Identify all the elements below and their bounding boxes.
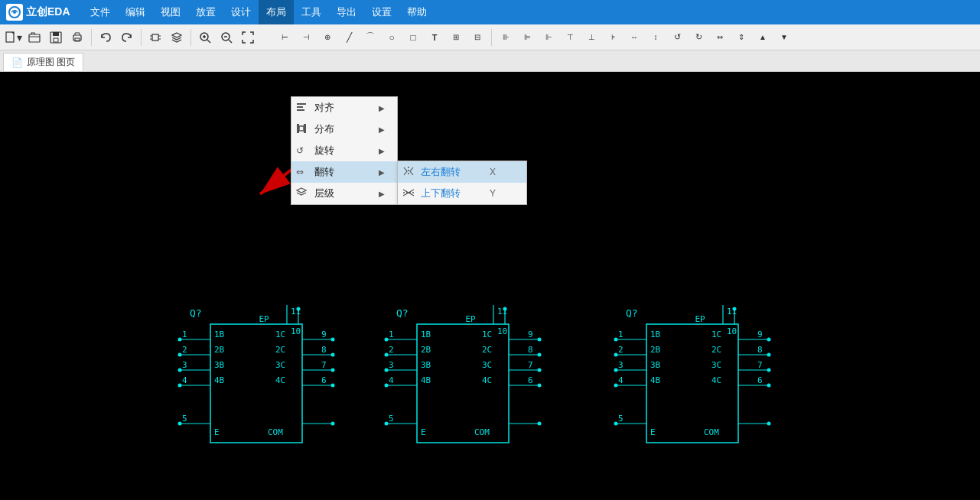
dist-v-btn[interactable]: ↕ <box>646 28 666 47</box>
dist-h-btn[interactable]: ↔ <box>624 28 644 47</box>
svg-text:3C: 3C <box>482 360 492 370</box>
draw-bus-btn[interactable]: ⊣ <box>296 28 316 47</box>
titlebar: 立创EDA 文件 编辑 视图 放置 设计 布局 工具 导出 设置 帮助 <box>0 0 980 24</box>
svg-text:1: 1 <box>389 330 394 339</box>
component-btn[interactable] <box>145 28 165 47</box>
save-btn[interactable] <box>46 28 66 47</box>
svg-text:3: 3 <box>389 360 394 370</box>
svg-text:7: 7 <box>757 360 763 370</box>
rotate-label: 旋转 <box>314 144 334 157</box>
svg-text:1B: 1B <box>421 330 431 339</box>
menu-edit[interactable]: 编辑 <box>118 0 153 24</box>
svg-point-81 <box>385 353 389 357</box>
rotate-ccw-btn[interactable]: ↺ <box>667 28 687 47</box>
app-logo: 立创EDA <box>6 4 70 21</box>
svg-text:4: 4 <box>618 375 623 385</box>
svg-text:9: 9 <box>757 330 763 339</box>
menu-layer[interactable]: 层级 ▶ <box>291 183 397 204</box>
align-left-btn[interactable]: ⊪ <box>496 28 516 47</box>
align-center-btn[interactable]: ⊫ <box>517 28 537 47</box>
svg-text:EP: EP <box>259 314 269 324</box>
fit-btn[interactable] <box>238 28 258 47</box>
svg-text:5: 5 <box>182 414 187 424</box>
layer-btn[interactable] <box>167 28 187 47</box>
draw-table-btn[interactable]: ⊟ <box>467 28 487 47</box>
flip-vertical[interactable]: 上下翻转 Y <box>398 183 526 204</box>
menu-rotate[interactable]: ↺ 旋转 ▶ <box>291 140 397 161</box>
distribute-label: 分布 <box>314 122 334 136</box>
layer-label: 层级 <box>314 187 334 200</box>
zoom-out-btn[interactable] <box>217 28 236 47</box>
rotate-cw-btn[interactable]: ↻ <box>689 28 708 47</box>
draw-rect-btn[interactable]: □ <box>403 28 423 47</box>
svg-text:10: 10 <box>727 326 737 336</box>
layout-dropdown[interactable]: 对齐 ▶ 分布 ▶ ↺ 旋转 ▶ ⇔ 翻转 ▶ <box>291 96 398 205</box>
svg-point-160 <box>767 422 771 426</box>
draw-line-btn[interactable]: ╱ <box>339 28 359 47</box>
svg-text:2B: 2B <box>214 345 225 355</box>
front-btn[interactable]: ▲ <box>753 28 773 47</box>
svg-point-89 <box>385 384 389 388</box>
schematic-tab[interactable]: 📄 原理图 图页 <box>3 53 83 71</box>
svg-text:7: 7 <box>321 360 327 370</box>
menu-design[interactable]: 设计 <box>223 0 259 24</box>
svg-text:6: 6 <box>757 375 763 385</box>
svg-text:10: 10 <box>291 326 301 336</box>
draw-curve-btn[interactable]: ⌒ <box>360 28 380 47</box>
menu-align[interactable]: 对齐 ▶ <box>291 97 397 119</box>
component-q3[interactable]: Q? EP 11 10 1 1B 2 2B 3 3B 4 4B 5 E 1C 9… <box>604 305 780 458</box>
menu-view[interactable]: 视图 <box>153 0 188 24</box>
menu-export[interactable]: 导出 <box>329 0 364 24</box>
svg-text:8: 8 <box>321 345 327 355</box>
component-q2[interactable]: Q? EP 11 10 1 1B 2 2B 3 3B 4 4B 5 E 1C 9… <box>375 305 551 458</box>
svg-text:3: 3 <box>618 360 623 370</box>
align-bottom-btn[interactable]: ⊧ <box>603 28 623 47</box>
flip-label: 翻转 <box>314 165 334 179</box>
flip-h-btn[interactable]: ⇔ <box>710 28 730 47</box>
svg-rect-165 <box>297 109 304 111</box>
svg-rect-164 <box>297 106 303 108</box>
align-middle-btn[interactable]: ⊥ <box>581 28 601 47</box>
draw-wire-btn[interactable]: ⊢ <box>275 28 295 47</box>
draw-circle-btn[interactable]: ○ <box>382 28 402 47</box>
print-btn[interactable] <box>67 28 87 47</box>
align-right-btn[interactable]: ⊩ <box>539 28 558 47</box>
new-dropdown-btn[interactable]: ▾ <box>3 28 23 47</box>
menu-distribute[interactable]: 分布 ▶ <box>291 119 397 140</box>
flip-submenu[interactable]: 左右翻转 X 上下翻转 Y <box>397 161 527 205</box>
svg-text:3C: 3C <box>711 360 721 370</box>
svg-point-38 <box>178 369 182 372</box>
menu-place[interactable]: 放置 <box>188 0 223 24</box>
open-btn[interactable] <box>24 28 44 47</box>
undo-btn[interactable] <box>96 28 116 47</box>
svg-text:1C: 1C <box>275 330 285 339</box>
menu-file[interactable]: 文件 <box>83 0 118 24</box>
svg-point-105 <box>538 369 542 372</box>
svg-rect-5 <box>53 32 59 36</box>
menu-bar: 文件 编辑 视图 放置 设计 布局 工具 导出 设置 帮助 <box>83 0 435 24</box>
sep2 <box>141 29 142 46</box>
menu-layout[interactable]: 布局 <box>259 0 294 24</box>
draw-text-btn[interactable]: T <box>425 28 444 47</box>
flip-horizontal[interactable]: 左右翻转 X <box>398 161 526 183</box>
svg-text:E: E <box>214 427 220 437</box>
svg-text:EP: EP <box>695 314 705 324</box>
flip-v-btn[interactable]: ⇕ <box>731 28 751 47</box>
align-top-btn[interactable]: ⊤ <box>560 28 580 47</box>
menu-flip[interactable]: ⇔ 翻转 ▶ 左右翻转 X 上下翻转 Y <box>291 161 397 183</box>
component-q1[interactable]: Q? EP 11 10 1 1B 2 2B 3 3B 4 4B <box>168 305 344 458</box>
menu-help[interactable]: 帮助 <box>399 0 435 24</box>
menu-tools[interactable]: 工具 <box>294 0 329 24</box>
svg-point-122 <box>733 307 737 311</box>
zoom-in-btn[interactable] <box>195 28 215 47</box>
draw-image-btn[interactable]: ⊞ <box>446 28 466 47</box>
svg-point-34 <box>178 353 182 357</box>
menu-settings[interactable]: 设置 <box>364 0 399 24</box>
svg-point-140 <box>614 422 618 426</box>
back-btn[interactable]: ▼ <box>774 28 794 47</box>
svg-text:3B: 3B <box>650 360 661 370</box>
draw-junction-btn[interactable]: ⊕ <box>317 28 337 47</box>
svg-point-97 <box>538 338 542 342</box>
svg-rect-3 <box>29 34 40 42</box>
redo-btn[interactable] <box>117 28 137 47</box>
